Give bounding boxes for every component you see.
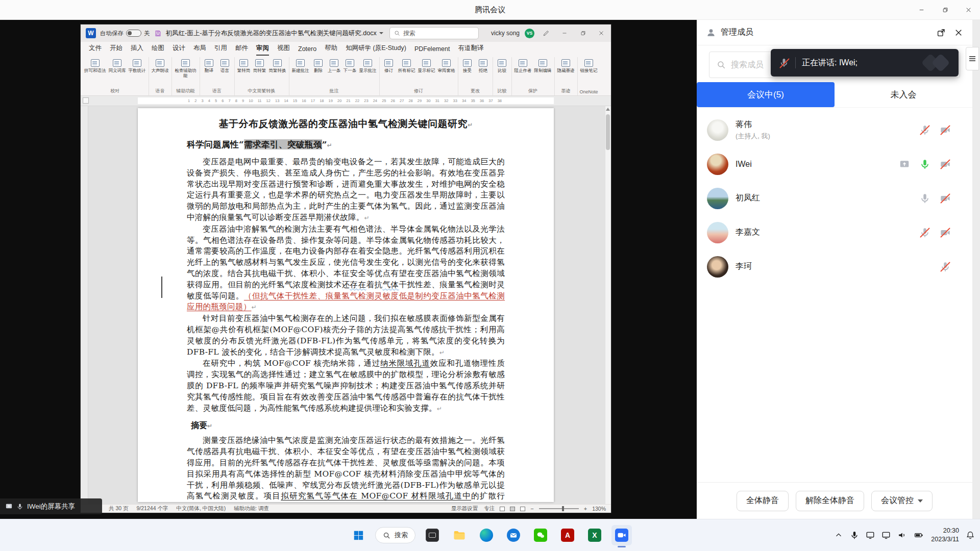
ribbon-button[interactable]: 语言 <box>217 58 233 75</box>
web-layout-button[interactable] <box>520 507 525 511</box>
edge-browser-icon[interactable] <box>476 525 497 545</box>
acrobat-icon[interactable]: A <box>557 525 578 545</box>
ribbon-button[interactable]: 拼写和语法 <box>83 58 107 75</box>
mic-muted-icon[interactable] <box>919 124 930 136</box>
menu-tab[interactable]: 开始 <box>106 41 127 56</box>
clock[interactable]: 20:30 2023/3/11 <box>931 527 959 544</box>
scroll-up-arrow[interactable] <box>606 108 610 111</box>
word-search-input[interactable]: 搜索 <box>389 27 479 39</box>
maximize-button[interactable] <box>933 0 957 20</box>
menu-tab[interactable]: 邮件 <box>231 41 252 56</box>
mute-all-button[interactable]: 全体静音 <box>737 491 789 511</box>
document-page[interactable]: 基于分布反馈激光器的变压器油中氢气检测关键问题研究↵科学问题属性“需求牵引、突破… <box>138 108 554 502</box>
horizontal-ruler[interactable]: 1 2 3 4 5 6 7 8 9 10 11 12 13 14 15 16 1… <box>81 96 611 106</box>
unmute-all-button[interactable]: 解除全体静音 <box>796 491 864 511</box>
ribbon-button[interactable]: 比较 <box>495 58 510 75</box>
ribbon-button[interactable]: 字数统计 <box>128 58 147 75</box>
status-item[interactable]: 显示器设置 <box>451 505 478 512</box>
ribbon-button[interactable]: 简繁转换 <box>268 58 287 75</box>
menu-tab[interactable]: 知网研学 (原E-Study) <box>341 41 410 56</box>
member-row[interactable]: 蒋伟(主持人, 我) <box>697 113 972 147</box>
status-item[interactable]: 专注 <box>484 505 495 512</box>
document-viewport[interactable]: 基于分布反馈激光器的变压器油中氢气检测关键问题研究↵科学问题属性“需求牵引、突破… <box>81 106 611 504</box>
word-close-button[interactable] <box>595 27 608 40</box>
tab-not-joined[interactable]: 未入会 <box>835 82 972 107</box>
ribbon-button[interactable]: 大声朗读 <box>151 58 170 75</box>
battery-icon[interactable] <box>913 531 924 540</box>
network-icon[interactable] <box>881 531 891 540</box>
notifications-icon[interactable] <box>966 531 975 540</box>
ribbon-button[interactable]: 显示标记 <box>417 58 436 75</box>
autosave-toggle[interactable]: 自动保存 关 <box>100 30 150 37</box>
start-button[interactable] <box>348 525 369 545</box>
menu-tab[interactable]: PDFelement <box>410 43 454 56</box>
print-layout-button[interactable] <box>510 507 515 511</box>
menu-tab[interactable]: 插入 <box>127 41 148 56</box>
status-item[interactable]: 共 30 页 <box>109 505 129 512</box>
meeting-control-button[interactable]: 会议管控 <box>871 491 933 511</box>
ribbon-button[interactable]: 修订 <box>381 58 397 75</box>
status-item[interactable]: 辅助功能: 调查 <box>234 505 269 512</box>
menu-tab[interactable]: 绘图 <box>148 41 168 56</box>
screen-share-banner[interactable]: IWei的屏幕共享 <box>0 498 102 514</box>
file-explorer-icon[interactable] <box>449 525 470 545</box>
popout-icon[interactable] <box>937 28 946 37</box>
panel-close-icon[interactable] <box>954 28 963 37</box>
status-item[interactable]: 9/21244 个字 <box>137 505 168 512</box>
panel-collapse-handle[interactable] <box>966 47 979 70</box>
member-row[interactable]: 李珂 <box>697 249 972 284</box>
ribbon-button[interactable]: 简转繁 <box>252 58 267 75</box>
ribbon-button[interactable]: 审阅窗格 <box>437 58 456 75</box>
camera-off-icon[interactable] <box>940 124 951 136</box>
hidden-icons-chevron[interactable] <box>834 531 843 540</box>
menu-tab[interactable]: 设计 <box>168 41 189 56</box>
wechat-icon[interactable] <box>530 525 551 545</box>
word-maximize-button[interactable] <box>576 27 590 40</box>
read-mode-button[interactable] <box>500 507 505 511</box>
ribbon-button[interactable]: 繁转简 <box>236 58 252 75</box>
avatar[interactable]: VS <box>525 29 534 38</box>
camera-off-icon[interactable] <box>940 193 951 204</box>
ribbon-button[interactable]: 下一条 <box>342 58 358 75</box>
menu-tab[interactable]: Zotero <box>294 43 321 56</box>
menu-tab[interactable]: 视图 <box>273 41 294 56</box>
ribbon-button[interactable]: 同义词库 <box>108 58 127 75</box>
screen-sharing-icon[interactable] <box>899 159 910 170</box>
ribbon-button[interactable]: 新建批注 <box>291 58 310 75</box>
ribbon-button[interactable]: 阻止作者 <box>513 58 533 75</box>
taskbar-search[interactable]: 搜索 <box>375 527 415 543</box>
menu-tab[interactable]: 布局 <box>189 41 210 56</box>
tencent-meeting-icon[interactable] <box>611 525 632 545</box>
menu-tab[interactable]: 文件 <box>85 41 106 56</box>
camera-off-icon[interactable] <box>940 227 951 238</box>
volume-icon[interactable] <box>897 531 906 540</box>
zoom-in-button[interactable]: + <box>584 506 587 512</box>
mic-active-icon[interactable] <box>919 159 930 170</box>
member-row[interactable]: IWei <box>697 147 972 181</box>
ribbon-button[interactable]: 显示批注 <box>358 58 378 75</box>
camera-off-icon[interactable] <box>940 159 951 170</box>
minimize-button[interactable] <box>910 0 933 20</box>
mic-muted-icon[interactable] <box>940 261 951 272</box>
menu-tab[interactable]: 引用 <box>210 41 231 56</box>
ribbon-button[interactable]: 接受 <box>460 58 475 75</box>
status-item[interactable]: 中文(简体, 中国大陆) <box>176 505 226 512</box>
tray-mic-icon[interactable] <box>850 531 859 540</box>
document-title[interactable]: 初凤红-面上-基于分布反馈激光器的变压器油中氢气检测关键问题研究.docx <box>166 29 383 38</box>
ribbon-button[interactable]: 翻译 <box>202 58 217 75</box>
member-row[interactable]: 李嘉文 <box>697 215 972 249</box>
zoom-out-button[interactable]: − <box>530 506 533 512</box>
ribbon-button[interactable]: 检查辅助功能 <box>174 58 198 80</box>
ribbon-button[interactable]: 上一条 <box>327 58 342 75</box>
zoom-level[interactable]: 130% <box>592 506 606 512</box>
menu-tab[interactable]: 帮助 <box>321 41 341 56</box>
ribbon-button[interactable]: 删除 <box>311 58 326 75</box>
tab-in-meeting[interactable]: 会议中(5) <box>697 82 835 107</box>
pen-icon[interactable] <box>540 27 553 40</box>
save-icon[interactable] <box>154 30 162 37</box>
zoom-slider[interactable] <box>539 508 579 509</box>
ribbon-button[interactable]: 链接笔记 <box>579 58 599 75</box>
zoom-slider-thumb[interactable] <box>562 506 564 511</box>
menu-tab[interactable]: 审阅 <box>252 41 273 56</box>
word-minimize-button[interactable] <box>558 27 571 40</box>
